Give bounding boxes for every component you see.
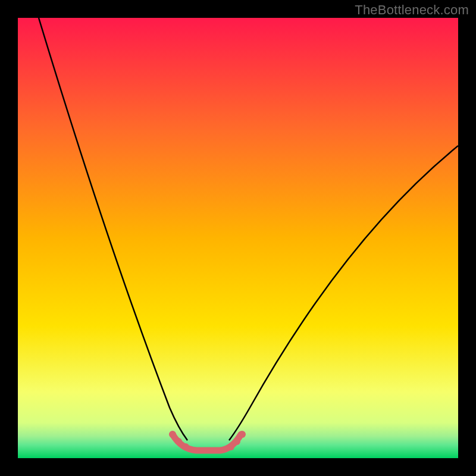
highlight-dot <box>227 443 234 450</box>
curve-left <box>39 18 187 440</box>
chart-frame: TheBottleneck.com <box>0 0 476 476</box>
curve-right <box>229 146 458 440</box>
watermark-text: TheBottleneck.com <box>355 2 469 18</box>
highlight-dot <box>239 431 246 438</box>
highlight-dot <box>233 438 240 445</box>
highlight-dot <box>169 431 176 438</box>
bottleneck-curve <box>18 18 458 458</box>
highlight-dot <box>182 443 189 450</box>
plot-area <box>18 18 458 458</box>
highlight-dot <box>175 438 182 445</box>
